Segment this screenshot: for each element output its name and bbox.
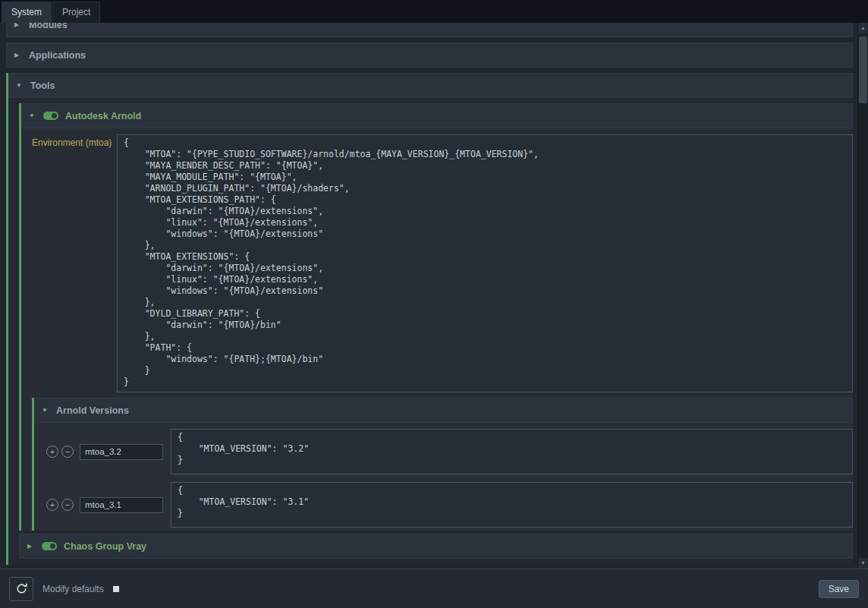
remove-version-button[interactable]: − — [61, 499, 74, 511]
arnold-versions-body: + − { "MTOA_VERSION": "3.2" } + − { "MTO… — [34, 429, 853, 531]
chevron-right-icon: ▶ — [27, 543, 35, 550]
scrollbar[interactable]: ▲ ▼ — [857, 23, 868, 569]
settings-content: ▶ Modules ▶ Applications ▼ Tools — [0, 23, 868, 569]
chevron-down-icon: ▼ — [16, 83, 24, 89]
section-tools-header[interactable]: ▼ Tools — [8, 73, 853, 98]
footer: Modify defaults Save — [0, 569, 868, 608]
scroll-up-button[interactable]: ▲ — [858, 23, 868, 33]
refresh-button[interactable] — [9, 577, 33, 601]
section-tools: ▼ Tools ▼ Autodesk Arnold Environment (m… — [6, 73, 853, 565]
settings-window: System Project ▶ Modules ▶ Applications — [0, 0, 868, 608]
section-autodesk-arnold: ▼ Autodesk Arnold Environment (mtoa) { "… — [19, 103, 853, 531]
section-autodesk-arnold-title: Autodesk Arnold — [65, 111, 141, 121]
section-applications-title: Applications — [29, 50, 86, 61]
scrollbar-track[interactable] — [858, 33, 868, 558]
scroll-area: ▶ Modules ▶ Applications ▼ Tools — [0, 23, 857, 569]
environment-row: Environment (mtoa) { "MTOA": "{PYPE_STUD… — [21, 128, 853, 392]
scrollbar-thumb[interactable] — [859, 36, 867, 103]
tab-system[interactable]: System — [2, 2, 52, 23]
remove-version-button[interactable]: − — [61, 446, 74, 458]
tab-bar: System Project — [0, 0, 868, 23]
section-tools-title: Tools — [30, 80, 55, 91]
environment-json-editor[interactable]: { "MTOA": "{PYPE_STUDIO_SOFTWARE}/arnold… — [117, 134, 853, 392]
version-row: + − { "MTOA_VERSION": "3.1" } — [46, 482, 853, 528]
modify-defaults-label: Modify defaults — [42, 584, 104, 594]
chevron-down-icon: ▼ — [29, 113, 36, 119]
chevron-right-icon: ▶ — [14, 52, 22, 58]
version-json-editor[interactable]: { "MTOA_VERSION": "3.2" } — [171, 429, 853, 474]
version-name-input[interactable] — [80, 444, 163, 460]
section-arnold-versions-header[interactable]: ▼ Arnold Versions — [34, 398, 853, 423]
vray-enabled-toggle[interactable] — [42, 542, 57, 550]
arnold-enabled-toggle[interactable] — [43, 112, 58, 120]
section-chaos-group-vray-title: Chaos Group Vray — [64, 541, 146, 552]
environment-label: Environment (mtoa) — [32, 134, 112, 148]
refresh-icon — [15, 582, 28, 595]
section-autodesk-arnold-header[interactable]: ▼ Autodesk Arnold — [21, 103, 853, 128]
version-name-input[interactable] — [80, 497, 163, 513]
modify-defaults-checkbox[interactable] — [113, 586, 119, 592]
section-modules: ▶ Modules — [6, 23, 853, 37]
section-applications: ▶ Applications — [6, 43, 853, 68]
save-button[interactable]: Save — [819, 580, 859, 598]
section-arnold-versions: ▼ Arnold Versions + − { "MTOA_VERSION": … — [32, 398, 853, 531]
arrow-up-icon: ▲ — [860, 25, 866, 30]
chevron-down-icon: ▼ — [42, 408, 49, 414]
version-json-editor[interactable]: { "MTOA_VERSION": "3.1" } — [171, 482, 853, 528]
scroll-down-button[interactable]: ▼ — [858, 558, 868, 569]
arrow-down-icon: ▼ — [860, 560, 866, 565]
section-modules-header[interactable]: ▶ Modules — [6, 23, 853, 37]
section-applications-header[interactable]: ▶ Applications — [6, 43, 853, 68]
section-chaos-group-vray-header[interactable]: ▶ Chaos Group Vray — [19, 534, 853, 559]
section-modules-title: Modules — [29, 23, 68, 30]
add-version-button[interactable]: + — [46, 499, 58, 511]
tab-project[interactable]: Project — [52, 2, 100, 23]
section-chaos-group-vray: ▶ Chaos Group Vray — [19, 534, 853, 565]
add-version-button[interactable]: + — [46, 446, 58, 458]
section-arnold-versions-title: Arnold Versions — [56, 405, 129, 416]
version-row: + − { "MTOA_VERSION": "3.2" } — [46, 429, 853, 474]
chevron-right-icon: ▶ — [14, 23, 22, 28]
